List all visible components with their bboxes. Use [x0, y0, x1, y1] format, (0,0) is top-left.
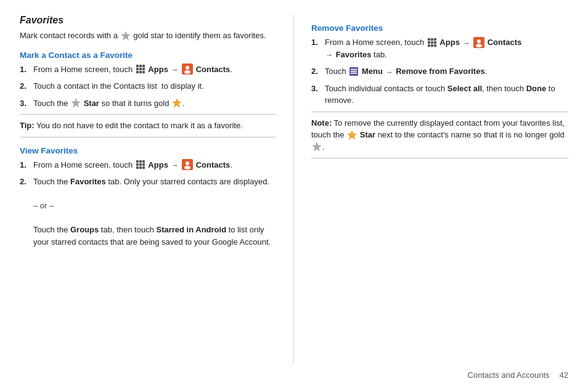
svg-rect-35 — [434, 44, 436, 47]
svg-rect-30 — [428, 41, 430, 44]
star-gray-icon-2 — [71, 98, 81, 108]
mark-step-1: 1. From a Home screen, touch Apps → Cont… — [20, 63, 276, 76]
svg-rect-4 — [136, 68, 139, 70]
star-gold-icon — [172, 98, 182, 108]
note-box: Note: To remove the currently displayed … — [311, 112, 568, 159]
star-gold-icon-note — [347, 130, 357, 140]
col-left: Favorites Mark contact records with a go… — [20, 15, 294, 363]
svg-rect-8 — [139, 71, 142, 73]
svg-marker-43 — [348, 131, 356, 139]
svg-point-11 — [186, 66, 189, 70]
svg-rect-6 — [142, 68, 145, 70]
svg-rect-5 — [139, 68, 142, 70]
svg-rect-16 — [139, 160, 142, 163]
remove-step-1: 1. From a Home screen, touch Apps → Cont… — [311, 36, 568, 60]
svg-rect-40 — [351, 69, 357, 70]
view-favorites-steps: 1. From a Home screen, touch Apps → Cont… — [20, 159, 276, 248]
svg-rect-32 — [434, 41, 436, 44]
svg-rect-21 — [136, 166, 139, 169]
svg-rect-33 — [428, 44, 430, 47]
col-right: Remove Favorites 1. From a Home screen, … — [294, 15, 568, 363]
svg-rect-3 — [142, 65, 145, 67]
mark-contact-steps: 1. From a Home screen, touch Apps → Cont… — [20, 63, 276, 110]
view-step-2: 2. Touch the Favorites tab. Only your st… — [20, 176, 276, 248]
svg-rect-42 — [351, 73, 357, 74]
apps-icon — [136, 64, 145, 74]
svg-rect-29 — [434, 38, 436, 41]
remove-favorites-steps: 1. From a Home screen, touch Apps → Cont… — [311, 36, 568, 107]
svg-rect-23 — [142, 166, 145, 169]
apps-icon-3 — [427, 38, 437, 47]
apps-icon-2 — [136, 160, 145, 169]
svg-rect-9 — [142, 71, 145, 73]
mark-step-2: 2. Touch a contact in the Contacts list … — [20, 80, 276, 92]
star-gray-icon — [121, 31, 131, 41]
mark-contact-title: Mark a Contact as a Favorite — [20, 51, 276, 60]
mark-step-3: 3. Touch the Star so that it turns gold … — [20, 97, 276, 110]
page: Favorites Mark contact records with a go… — [0, 0, 588, 392]
remove-step-3: 3. Touch individual contacts or touch Se… — [311, 83, 568, 107]
star-gray-icon-note — [312, 142, 322, 152]
svg-rect-7 — [136, 71, 139, 73]
contacts-icon-1 — [182, 63, 193, 75]
svg-rect-22 — [139, 166, 142, 169]
svg-rect-2 — [139, 65, 142, 67]
svg-rect-19 — [139, 163, 142, 166]
svg-rect-28 — [431, 38, 433, 41]
footer: Contacts and Accounts 42 — [20, 370, 568, 380]
main-desc: Mark contact records with a gold star to… — [20, 30, 276, 42]
contacts-icon-2 — [182, 159, 193, 170]
svg-rect-41 — [351, 71, 357, 72]
footer-page: 42 — [560, 370, 568, 380]
svg-rect-1 — [136, 65, 139, 67]
footer-label: Contacts and Accounts — [468, 370, 550, 380]
svg-rect-20 — [142, 163, 145, 166]
svg-rect-31 — [431, 41, 433, 44]
remove-favorites-title: Remove Favorites — [311, 23, 568, 33]
svg-point-25 — [186, 161, 189, 165]
svg-rect-34 — [431, 44, 433, 47]
svg-marker-14 — [173, 99, 181, 107]
tip-box: Tip: You do not have to edit the contact… — [20, 114, 276, 137]
remove-step-2: 2. Touch Menu → Remove from Favorites. — [311, 65, 568, 78]
svg-rect-15 — [136, 160, 139, 163]
svg-rect-18 — [136, 163, 139, 166]
svg-rect-17 — [142, 160, 145, 163]
columns: Favorites Mark contact records with a go… — [20, 15, 568, 363]
view-favorites-title: View Favorites — [20, 146, 276, 155]
svg-marker-13 — [71, 99, 80, 107]
menu-icon — [349, 67, 359, 76]
main-title: Favorites — [20, 15, 276, 26]
view-step-1: 1. From a Home screen, touch Apps → Cont… — [20, 159, 276, 171]
svg-marker-0 — [121, 31, 130, 40]
svg-rect-27 — [428, 38, 430, 41]
svg-point-37 — [477, 39, 481, 43]
svg-point-26 — [184, 166, 190, 169]
svg-point-12 — [184, 70, 190, 74]
svg-marker-44 — [312, 142, 321, 151]
contacts-icon-3 — [473, 37, 484, 48]
svg-point-38 — [476, 44, 482, 47]
